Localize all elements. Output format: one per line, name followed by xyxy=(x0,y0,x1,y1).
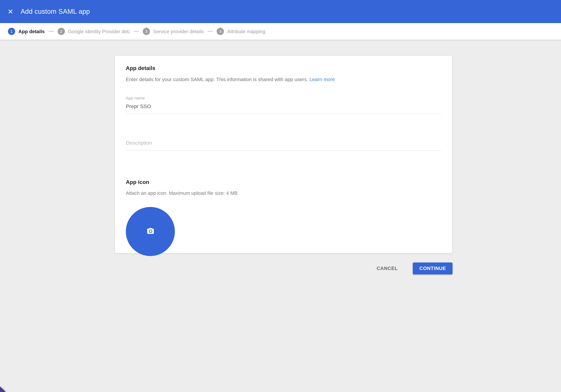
step-3-label: Service provider details xyxy=(153,29,204,34)
app-icon-heading: App icon xyxy=(126,179,441,185)
step-2-label: Google Identity Provider details xyxy=(68,29,130,34)
app-name-field: App name xyxy=(126,96,441,114)
continue-button[interactable]: CONTINUE xyxy=(413,262,453,274)
app-details-intro: Enter details for your custom SAML app. … xyxy=(126,77,441,82)
stepper-divider xyxy=(134,31,139,32)
close-icon[interactable]: ✕ xyxy=(3,4,18,19)
step-1-label: App details xyxy=(18,29,45,34)
dialog-header: ✕ Add custom SAML app xyxy=(0,0,561,23)
app-details-heading: App details xyxy=(126,65,441,71)
add-custom-saml-app-dialog: ✕ Add custom SAML app 1 App details 2 Go… xyxy=(0,0,561,392)
learn-more-link[interactable]: Learn more xyxy=(309,77,335,82)
photo-camera-icon xyxy=(146,226,155,237)
stepper-step-attribute-mapping: 4 Attribute mapping xyxy=(217,28,265,35)
stepper-step-service-provider-details: 3 Service provider details xyxy=(143,28,204,35)
intro-text: Enter details for your custom SAML app. … xyxy=(126,77,308,82)
app-name-label: App name xyxy=(126,96,441,100)
upload-icon-button[interactable] xyxy=(126,207,175,256)
dialog-actions: CANCEL CONTINUE xyxy=(115,262,453,274)
step-4-label: Attribute mapping xyxy=(227,29,265,34)
stepper-divider xyxy=(208,31,213,32)
corner-artifact xyxy=(0,387,6,392)
wizard-stepper: 1 App details 2 Google Identity Provider… xyxy=(0,23,561,40)
app-details-card: App details Enter details for your custo… xyxy=(115,55,453,253)
step-1-badge: 1 xyxy=(8,28,15,35)
stepper-step-google-idp-details: 2 Google Identity Provider details xyxy=(58,28,130,35)
description-field xyxy=(126,140,441,151)
step-4-badge: 4 xyxy=(217,28,224,35)
dialog-title: Add custom SAML app xyxy=(21,8,90,15)
app-icon-hint: Attach an app icon. Maximum upload file … xyxy=(126,190,441,196)
stepper-divider xyxy=(49,31,54,32)
stepper-step-app-details: 1 App details xyxy=(8,28,44,35)
step-2-badge: 2 xyxy=(58,28,65,35)
app-name-input[interactable] xyxy=(126,103,441,114)
step-3-badge: 3 xyxy=(143,28,150,35)
cancel-button[interactable]: CANCEL xyxy=(371,262,404,274)
description-input[interactable] xyxy=(126,140,441,151)
